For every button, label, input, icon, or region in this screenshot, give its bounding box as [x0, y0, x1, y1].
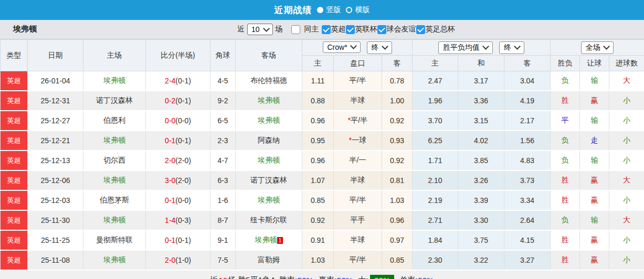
handicap-home-odds: 1.11	[302, 71, 334, 91]
handicap-home-odds: 0.95	[302, 131, 334, 151]
result-wdl: 负	[551, 131, 580, 151]
final-odds-select-2[interactable]: 终	[499, 41, 524, 54]
league-checkbox[interactable]	[322, 25, 331, 34]
result-wdl: 负	[551, 151, 580, 170]
result-handicap: 赢	[580, 170, 609, 190]
result-wdl: 胜	[551, 250, 580, 270]
handicap-line: 半球	[334, 170, 382, 190]
handicap-line: *一球	[334, 131, 382, 151]
result-goals: 小	[609, 230, 644, 250]
home-team[interactable]: 伯恩利	[83, 111, 146, 131]
home-team[interactable]: 切尔西	[83, 151, 146, 170]
handicap-away-odds: 0.97	[382, 230, 413, 250]
match-count-select[interactable]: 10	[247, 24, 273, 35]
handicap-away-odds: 1.00	[382, 91, 413, 111]
single-rate-value: 50%	[418, 276, 434, 279]
home-team[interactable]: 埃弗顿	[83, 131, 146, 151]
avg-draw-odds: 3.26	[458, 170, 504, 190]
result-wdl: 负	[551, 71, 580, 91]
subcol-handicap: 盘口	[334, 56, 382, 71]
scope-select[interactable]: 全场	[581, 41, 614, 54]
avg-draw-odds: 3.30	[458, 210, 504, 230]
bookmaker-select-value: Crow*	[328, 43, 347, 51]
table-row: 英超25-12-03伯恩茅斯0-1(0-0)1-6埃弗顿0.85平/半1.032…	[1, 190, 644, 210]
layout-option[interactable]: 横版	[346, 5, 370, 15]
away-team[interactable]: 埃弗顿1	[236, 230, 302, 250]
avg-home-odds: 2.10	[413, 170, 458, 190]
match-date: 25-12-27	[28, 111, 83, 131]
handicap-home-odds: 0.88	[302, 91, 334, 111]
league-badge: 英超	[1, 210, 28, 230]
result-handicap: 输	[580, 111, 609, 131]
avg-away-odds: 4.19	[504, 91, 551, 111]
match-date: 25-11-25	[28, 230, 83, 250]
chevron-down-icon	[482, 43, 489, 50]
away-team[interactable]: 布伦特福德	[236, 71, 302, 91]
handicap-group-header: Crow* 终	[302, 40, 413, 56]
corner-score: 8-7	[210, 210, 236, 230]
away-team[interactable]: 纽卡斯尔联	[236, 210, 302, 230]
league-checkbox[interactable]	[346, 25, 355, 34]
same-home-checkbox[interactable]	[291, 25, 300, 34]
avg-away-odds: 2.64	[504, 210, 551, 230]
avg-away-odds: 3.34	[504, 190, 551, 210]
handicap-away-odds: 0.96	[382, 210, 413, 230]
layout-option-label: 横版	[355, 5, 370, 15]
corner-score: 6-5	[210, 111, 236, 131]
avg-home-odds: 2.47	[413, 71, 458, 91]
league-checkbox[interactable]	[377, 25, 386, 34]
away-team[interactable]: 埃弗顿	[236, 151, 302, 170]
handicap-line: *平/半	[334, 111, 382, 131]
filter-bar: 埃弗顿 近 10 场 同主 英超英联杯球会友谊英足总杯	[0, 20, 644, 39]
away-team[interactable]: 阿森纳	[236, 131, 302, 151]
away-team[interactable]: 埃弗顿	[236, 91, 302, 111]
score-cell: 2-0(1-0)	[146, 250, 210, 270]
avg-draw-odds: 3.15	[458, 111, 504, 131]
layout-option[interactable]: 竖版	[317, 5, 341, 15]
league-badge: 英超	[1, 111, 28, 131]
home-team[interactable]: 诺丁汉森林	[83, 91, 146, 111]
avg-home-odds: 1.96	[413, 91, 458, 111]
league-badge: 英超	[1, 250, 28, 270]
away-team[interactable]: 富勒姆	[236, 250, 302, 270]
home-team[interactable]: 曼彻斯特联	[83, 230, 146, 250]
layout-option-label: 竖版	[326, 5, 341, 15]
bookmaker-select[interactable]: Crow*	[323, 41, 361, 53]
score-cell: 0-2(0-1)	[146, 91, 210, 111]
home-team[interactable]: 埃弗顿	[83, 71, 146, 91]
handicap-away-odds: 0.85	[382, 250, 413, 270]
league-checkbox[interactable]	[416, 25, 425, 34]
home-team[interactable]: 伯恩茅斯	[83, 190, 146, 210]
col-header-home: 主场	[83, 40, 146, 71]
away-team[interactable]: 埃弗顿	[236, 111, 302, 131]
table-row: 英超25-12-06埃弗顿3-0(2-0)6-3诺丁汉森林1.07半球0.812…	[1, 170, 644, 190]
home-team[interactable]: 埃弗顿	[83, 170, 146, 190]
league-badge: 英超	[1, 190, 28, 210]
away-team[interactable]: 诺丁汉森林	[236, 170, 302, 190]
single-rate-label: 单率:	[399, 275, 417, 279]
league-checkbox-label: 球会友谊	[387, 25, 416, 34]
wdl-average-select[interactable]: 胜平负均值	[438, 41, 493, 54]
result-handicap: 输	[580, 210, 609, 230]
handicap-line: 平/半	[334, 190, 382, 210]
match-date: 25-12-13	[28, 151, 83, 170]
final-odds-select-1[interactable]: 终	[367, 41, 392, 54]
live-star-icon: *	[348, 116, 351, 124]
result-handicap: 输	[580, 71, 609, 91]
radio-icon[interactable]	[317, 7, 323, 13]
score-cell: 3-0(2-0)	[146, 170, 210, 190]
win-rate-value: 50%	[298, 276, 313, 279]
home-team[interactable]: 埃弗顿	[83, 210, 146, 230]
corner-score: 4-7	[210, 151, 236, 170]
result-goals: 小	[609, 190, 644, 210]
away-team[interactable]: 埃弗顿	[236, 190, 302, 210]
radio-icon[interactable]	[346, 7, 352, 13]
home-team[interactable]: 埃弗顿	[83, 250, 146, 270]
result-goals: 大	[609, 71, 644, 91]
final-select-value: 终	[504, 43, 511, 52]
chevron-down-icon	[263, 25, 270, 32]
results-table-body: 英超26-01-04埃弗顿2-4(0-1)4-5布伦特福德1.11平/半0.78…	[1, 71, 644, 271]
league-filters: 英超英联杯球会友谊英足总杯	[322, 25, 455, 34]
avg-away-odds: 3.73	[504, 170, 551, 190]
handicap-home-odds: 0.96	[302, 151, 334, 170]
